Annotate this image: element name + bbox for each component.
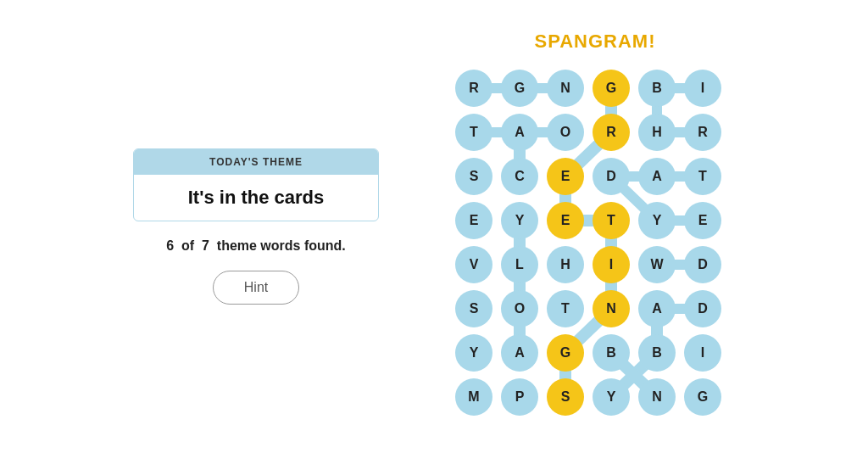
words-found-text: 6 of 7 theme words found. — [166, 238, 346, 254]
grid-cell[interactable]: A — [501, 334, 538, 372]
grid-cell[interactable]: A — [638, 290, 676, 327]
grid-cell[interactable]: B — [593, 334, 630, 372]
grid-cell[interactable]: E — [547, 202, 584, 239]
grid-cell[interactable]: S — [455, 158, 492, 195]
grid-cell[interactable]: Y — [593, 378, 630, 416]
grid-cell[interactable]: Y — [455, 334, 492, 372]
of-text: of — [181, 238, 194, 253]
grid-cell[interactable]: D — [684, 290, 721, 327]
grid-cell[interactable]: P — [501, 378, 538, 416]
grid-cell[interactable]: I — [684, 334, 721, 372]
total-count: 7 — [202, 238, 209, 253]
spangram-title: SPANGRAM! — [534, 31, 655, 53]
grid-cell[interactable]: Y — [638, 202, 676, 239]
left-panel: TODAY'S THEME It's in the cards 6 of 7 t… — [129, 148, 383, 305]
theme-title: It's in the cards — [134, 175, 378, 221]
grid-cell[interactable]: Y — [501, 202, 538, 239]
grid-cell[interactable]: I — [684, 70, 721, 107]
grid-cell[interactable]: E — [684, 202, 721, 239]
grid-cell[interactable]: B — [638, 334, 676, 372]
grid-cell[interactable]: O — [501, 290, 538, 327]
grid-area: RGNGBITAORHRSCEDATEYETYEVLHIWDSOTNADYAGB… — [451, 66, 739, 422]
grid-cell[interactable]: R — [684, 114, 721, 151]
grid-cell[interactable]: L — [501, 246, 538, 283]
grid-cell[interactable]: S — [455, 290, 492, 327]
grid-cell[interactable]: G — [593, 70, 630, 107]
grid-cell[interactable]: T — [684, 158, 721, 195]
right-panel: SPANGRAM! RGNGBITAORHRSCEDATEYETYEVLHIWD… — [451, 31, 739, 422]
grid-cells: RGNGBITAORHRSCEDATEYETYEVLHIWDSOTNADYAGB… — [451, 66, 739, 422]
grid-cell[interactable]: T — [593, 202, 630, 239]
grid-cell[interactable]: C — [501, 158, 538, 195]
grid-cell[interactable]: D — [684, 246, 721, 283]
theme-header-label: TODAY'S THEME — [134, 149, 378, 175]
grid-cell[interactable]: G — [501, 70, 538, 107]
theme-box: TODAY'S THEME It's in the cards — [133, 148, 379, 221]
grid-cell[interactable]: H — [638, 114, 676, 151]
grid-cell[interactable]: V — [455, 246, 492, 283]
grid-cell[interactable]: T — [455, 114, 492, 151]
grid-cell[interactable]: E — [547, 158, 584, 195]
grid-cell[interactable]: N — [547, 70, 584, 107]
grid-cell[interactable]: G — [684, 378, 721, 416]
grid-cell[interactable]: W — [638, 246, 676, 283]
grid-cell[interactable]: O — [547, 114, 584, 151]
grid-cell[interactable]: A — [638, 158, 676, 195]
grid-cell[interactable]: G — [547, 334, 584, 372]
grid-cell[interactable]: R — [455, 70, 492, 107]
grid-cell[interactable]: R — [593, 114, 630, 151]
grid-cell[interactable]: I — [593, 246, 630, 283]
found-suffix: theme words found. — [217, 238, 346, 253]
grid-cell[interactable]: H — [547, 246, 584, 283]
found-count: 6 — [166, 238, 174, 253]
grid-cell[interactable]: N — [638, 378, 676, 416]
grid-cell[interactable]: M — [455, 378, 492, 416]
grid-cell[interactable]: E — [455, 202, 492, 239]
grid-cell[interactable]: A — [501, 114, 538, 151]
grid-cell[interactable]: D — [593, 158, 630, 195]
main-container: TODAY'S THEME It's in the cards 6 of 7 t… — [0, 0, 868, 453]
grid-cell[interactable]: S — [547, 378, 584, 416]
grid-cell[interactable]: B — [638, 70, 676, 107]
hint-button[interactable]: Hint — [213, 271, 299, 305]
grid-cell[interactable]: N — [593, 290, 630, 327]
grid-cell[interactable]: T — [547, 290, 584, 327]
